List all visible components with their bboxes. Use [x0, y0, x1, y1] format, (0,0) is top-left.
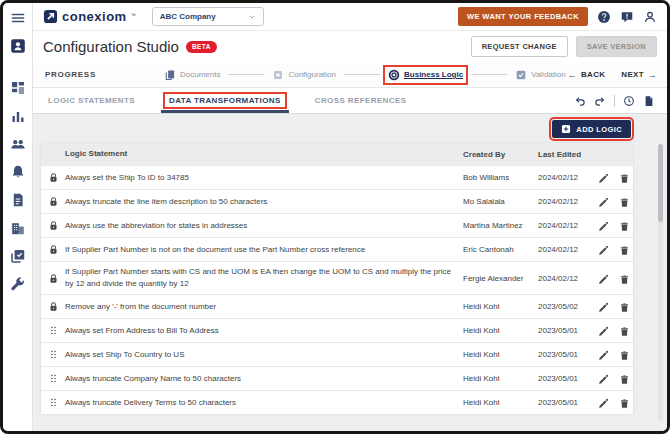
- delete-button[interactable]: [619, 349, 630, 360]
- progress-step-business-logic[interactable]: Business Logic: [386, 68, 465, 82]
- help-button[interactable]: [597, 10, 611, 24]
- drag-handle[interactable]: [48, 349, 59, 360]
- delete-button[interactable]: [619, 196, 630, 207]
- beta-badge: BETA: [186, 41, 217, 53]
- redo-icon: [594, 95, 606, 107]
- chevron-down-icon: [248, 13, 256, 21]
- sidebar-item-analytics[interactable]: [10, 108, 26, 124]
- add-logic-button[interactable]: ADD LOGIC: [552, 120, 631, 138]
- new-document-button[interactable]: [643, 95, 655, 107]
- table-row: Always truncate Delivery Terms to 50 cha…: [41, 390, 633, 414]
- progress-steps: DocumentsConfigurationBusiness LogicVali…: [162, 68, 568, 82]
- undo-button[interactable]: [574, 95, 586, 107]
- last-edited-cell: 2024/02/12: [538, 173, 598, 182]
- created-by-cell: Fergie Alexander: [463, 274, 538, 283]
- delete-button[interactable]: [619, 397, 630, 408]
- edit-button[interactable]: [598, 349, 609, 360]
- help-icon: [597, 10, 611, 24]
- edit-button[interactable]: [598, 196, 609, 207]
- delete-button[interactable]: [619, 244, 630, 255]
- sidebar-item-tasks[interactable]: [10, 248, 26, 264]
- edit-button[interactable]: [598, 220, 609, 231]
- document-icon: [10, 192, 26, 208]
- validation-step-icon: [515, 69, 527, 81]
- last-edited-cell: 2023/05/01: [538, 374, 598, 383]
- next-arrow-icon: →: [648, 70, 657, 80]
- pencil-icon: [598, 221, 609, 232]
- redo-button[interactable]: [594, 95, 606, 107]
- divider: [614, 95, 615, 107]
- delete-button[interactable]: [619, 220, 630, 231]
- created-by-cell: Heidi Kohl: [463, 326, 538, 335]
- menu-button[interactable]: [10, 10, 26, 26]
- wrench-icon: [10, 276, 26, 292]
- chat-button[interactable]: [620, 10, 634, 24]
- logic-statement-cell: If Supplier Part Number is not on the do…: [65, 240, 463, 260]
- progress-bar: PROGRESS DocumentsConfigurationBusiness …: [33, 62, 667, 88]
- header-icon-group: [597, 10, 657, 24]
- sidebar-item-dashboard[interactable]: [10, 80, 26, 96]
- drag-handle-icon: [48, 325, 59, 336]
- row-actions-cell: [598, 196, 631, 207]
- company-selector[interactable]: ABC Company: [152, 7, 264, 26]
- sidebar-item-profile[interactable]: [10, 38, 26, 54]
- row-handle-cell: [41, 325, 65, 336]
- progress-step-configuration[interactable]: Configuration: [270, 68, 338, 82]
- created-by-cell: Heidi Kohl: [463, 350, 538, 359]
- edit-button[interactable]: [598, 273, 609, 284]
- tasks-icon: [10, 248, 26, 264]
- table-row: Always set Ship To Country to USHeidi Ko…: [41, 342, 633, 366]
- row-actions-cell: [598, 373, 631, 384]
- scrollbar-thumb[interactable]: [658, 144, 663, 222]
- step-connector: [228, 74, 264, 75]
- logic-statement-cell: Always truncate Company Name to 50 chara…: [65, 369, 463, 389]
- column-header-logic-statement: Logic Statement: [65, 148, 463, 160]
- delete-button[interactable]: [619, 301, 630, 312]
- lock-icon: [48, 220, 59, 231]
- step-label: Configuration: [288, 70, 336, 79]
- edit-button[interactable]: [598, 244, 609, 255]
- business-logic-step-icon: [388, 69, 400, 81]
- row-handle-cell: [41, 244, 65, 255]
- save-version-button[interactable]: SAVE VERSION: [576, 36, 657, 57]
- edit-button[interactable]: [598, 172, 609, 183]
- edit-button[interactable]: [598, 325, 609, 336]
- drag-handle[interactable]: [48, 373, 59, 384]
- sidebar-item-tools[interactable]: [10, 276, 26, 292]
- lock-icon: [48, 172, 59, 183]
- account-button[interactable]: [643, 10, 657, 24]
- sidebar-item-notifications[interactable]: [10, 164, 26, 180]
- drag-handle[interactable]: [48, 325, 59, 336]
- tab-data-transformations[interactable]: DATA TRANSFORMATIONS: [166, 88, 284, 113]
- pencil-icon: [598, 326, 609, 337]
- progress-label: PROGRESS: [45, 70, 96, 79]
- history-button[interactable]: [623, 95, 635, 107]
- delete-button[interactable]: [619, 325, 630, 336]
- feedback-button[interactable]: WE WANT YOUR FEEDBACK: [458, 7, 588, 26]
- tab-logic-statements[interactable]: LOGIC STATEMENTS: [45, 88, 138, 113]
- edit-button[interactable]: [598, 301, 609, 312]
- tab-cross-references[interactable]: CROSS REFERENCES: [312, 88, 410, 113]
- pencil-icon: [598, 302, 609, 313]
- delete-button[interactable]: [619, 172, 630, 183]
- progress-step-documents[interactable]: Documents: [162, 68, 222, 82]
- row-handle-cell: [41, 172, 65, 183]
- back-button[interactable]: ← BACK: [568, 70, 606, 80]
- building-icon: [10, 220, 26, 236]
- trash-icon: [619, 245, 630, 256]
- next-button[interactable]: NEXT →: [621, 70, 657, 80]
- progress-step-validation[interactable]: Validation: [513, 68, 568, 82]
- request-change-button[interactable]: REQUEST CHANGE: [471, 36, 568, 57]
- logic-table: Logic Statement Created By Last Edited A…: [41, 143, 633, 414]
- delete-button[interactable]: [619, 273, 630, 284]
- sidebar-item-documents[interactable]: [10, 192, 26, 208]
- sidebar-item-users[interactable]: [10, 136, 26, 152]
- edit-button[interactable]: [598, 373, 609, 384]
- drag-handle[interactable]: [48, 397, 59, 408]
- step-label: Business Logic: [404, 70, 463, 79]
- delete-button[interactable]: [619, 373, 630, 384]
- edit-button[interactable]: [598, 397, 609, 408]
- documents-step-icon: [164, 69, 176, 81]
- sidebar-item-organization[interactable]: [10, 220, 26, 236]
- vertical-scrollbar[interactable]: [658, 144, 663, 421]
